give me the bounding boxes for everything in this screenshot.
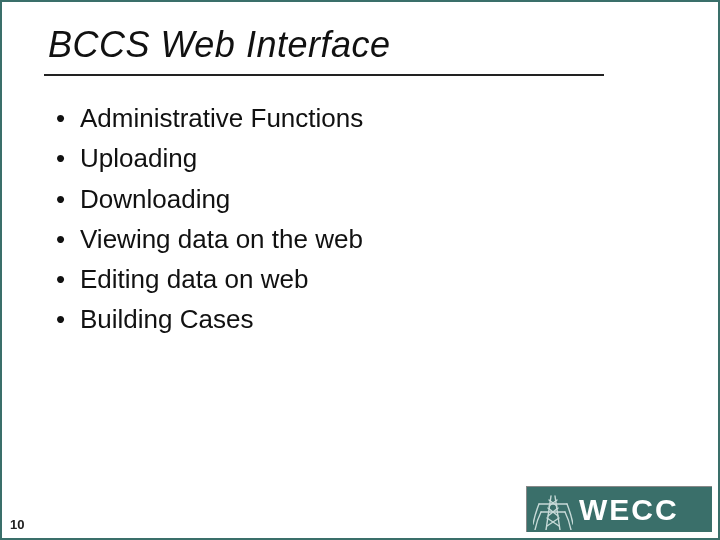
wecc-logo: WECC	[526, 486, 712, 532]
slide-title: BCCS Web Interface	[48, 24, 676, 66]
list-item: Viewing data on the web	[52, 219, 676, 259]
list-item: Downloading	[52, 179, 676, 219]
bullet-list: Administrative Functions Uploading Downl…	[44, 98, 676, 340]
slide: BCCS Web Interface Administrative Functi…	[0, 0, 720, 540]
title-underline	[44, 74, 604, 76]
page-number: 10	[10, 517, 24, 532]
transmission-tower-icon	[533, 490, 573, 530]
list-item: Building Cases	[52, 299, 676, 339]
logo-text: WECC	[579, 493, 679, 527]
list-item: Administrative Functions	[52, 98, 676, 138]
content-area: BCCS Web Interface Administrative Functi…	[2, 2, 718, 340]
list-item: Uploading	[52, 138, 676, 178]
list-item: Editing data on web	[52, 259, 676, 299]
